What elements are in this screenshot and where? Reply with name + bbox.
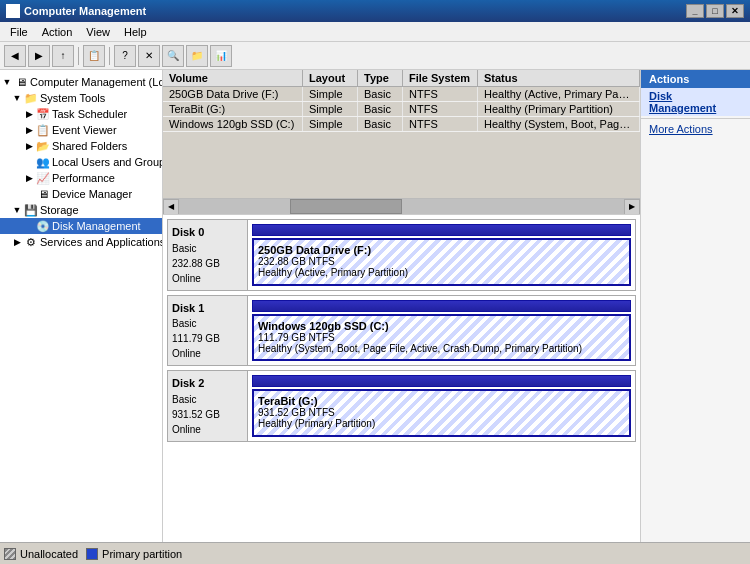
sidebar-item-system-tools[interactable]: ▼ 📁 System Tools: [0, 90, 162, 106]
sidebar-label-users: Local Users and Groups: [52, 156, 163, 168]
disk0-partitions: 250GB Data Drive (F:) 232.88 GB NTFS Hea…: [248, 220, 635, 290]
hscroll-thumb[interactable]: [290, 199, 401, 214]
sidebar-label-system-tools: System Tools: [40, 92, 105, 104]
disk0-part-name: 250GB Data Drive (F:): [258, 244, 625, 256]
sidebar-label-disk: Disk Management: [52, 220, 141, 232]
table-hscrollbar[interactable]: ◀ ▶: [163, 198, 640, 214]
toolbar-btn2[interactable]: ✕: [138, 45, 160, 67]
row2-fs: NTFS: [403, 117, 478, 131]
expand-system: ▼: [12, 93, 22, 103]
table-row[interactable]: 250GB Data Drive (F:) Simple Basic NTFS …: [163, 87, 640, 102]
toolbar-forward[interactable]: ▶: [28, 45, 50, 67]
menu-help[interactable]: Help: [118, 24, 153, 40]
disk1-partition[interactable]: Windows 120gb SSD (C:) 111.79 GB NTFS He…: [252, 314, 631, 362]
actions-sep: [641, 118, 750, 119]
content-area: Volume Layout Type File System Status 25…: [163, 70, 640, 542]
device-icon: 🖥: [36, 187, 50, 201]
disk0-size: 232.88 GB: [172, 256, 243, 271]
disk-table-area: Volume Layout Type File System Status 25…: [163, 70, 640, 215]
col-header-fs: File System: [403, 70, 478, 86]
disk-icon: 💿: [36, 219, 50, 233]
menu-file[interactable]: File: [4, 24, 34, 40]
toolbar-btn4[interactable]: 📁: [186, 45, 208, 67]
disk1-status: Online: [172, 346, 243, 361]
legend-unalloc-box: [4, 548, 16, 560]
row1-layout: Simple: [303, 102, 358, 116]
legend-primary: Primary partition: [86, 548, 182, 560]
sidebar-item-task-scheduler[interactable]: ▶ 📅 Task Scheduler: [0, 106, 162, 122]
sidebar-label-event: Event Viewer: [52, 124, 117, 136]
col-header-volume: Volume: [163, 70, 303, 86]
sidebar-item-services[interactable]: ▶ ⚙ Services and Applications: [0, 234, 162, 250]
table-row[interactable]: TeraBit (G:) Simple Basic NTFS Healthy (…: [163, 102, 640, 117]
legend-unalloc-label: Unallocated: [20, 548, 78, 560]
disk0-partition[interactable]: 250GB Data Drive (F:) 232.88 GB NTFS Hea…: [252, 238, 631, 286]
legend-unallocated: Unallocated: [4, 548, 78, 560]
toolbar-help[interactable]: ?: [114, 45, 136, 67]
menu-action[interactable]: Action: [36, 24, 79, 40]
table-row[interactable]: Windows 120gb SSD (C:) Simple Basic NTFS…: [163, 117, 640, 132]
sidebar-item-root[interactable]: ▼ 🖥 Computer Management (Local): [0, 74, 162, 90]
menu-bar: File Action View Help: [0, 22, 750, 42]
sidebar-item-disk-management[interactable]: 💿 Disk Management: [0, 218, 162, 234]
actions-disk-management[interactable]: Disk Management: [641, 88, 750, 116]
sidebar-item-event-viewer[interactable]: ▶ 📋 Event Viewer: [0, 122, 162, 138]
disk2-partition[interactable]: TeraBit (G:) 931.52 GB NTFS Healthy (Pri…: [252, 389, 631, 437]
disk2-bar: [252, 375, 631, 387]
folder-icon: 📁: [24, 91, 38, 105]
sidebar-item-performance[interactable]: ▶ 📈 Performance: [0, 170, 162, 186]
sidebar-item-device-manager[interactable]: 🖥 Device Manager: [0, 186, 162, 202]
users-icon: 👥: [36, 155, 50, 169]
maximize-button[interactable]: □: [706, 4, 724, 18]
sidebar-label-storage: Storage: [40, 204, 79, 216]
hscroll-left[interactable]: ◀: [163, 199, 179, 215]
close-button[interactable]: ✕: [726, 4, 744, 18]
row0-fs: NTFS: [403, 87, 478, 101]
disk1-bar: [252, 300, 631, 312]
expand-device: [24, 189, 34, 199]
disk1-part-size: 111.79 GB NTFS: [258, 332, 625, 343]
row2-status: Healthy (System, Boot, Page File, Active…: [478, 117, 640, 131]
toolbar-btn3[interactable]: 🔍: [162, 45, 184, 67]
disk2-size: 931.52 GB: [172, 407, 243, 422]
event-icon: 📋: [36, 123, 50, 137]
menu-view[interactable]: View: [80, 24, 116, 40]
expand-services: ▶: [12, 237, 22, 247]
disk-visual-area: Disk 0 Basic 232.88 GB Online 250GB Data…: [163, 215, 640, 542]
sidebar-item-local-users[interactable]: 👥 Local Users and Groups: [0, 154, 162, 170]
minimize-button[interactable]: _: [686, 4, 704, 18]
hscroll-track[interactable]: [179, 199, 624, 214]
row1-fs: NTFS: [403, 102, 478, 116]
hscroll-right[interactable]: ▶: [624, 199, 640, 215]
toolbar-up[interactable]: ↑: [52, 45, 74, 67]
expand-root: ▼: [2, 77, 12, 87]
sidebar-label-device: Device Manager: [52, 188, 132, 200]
expand-storage: ▼: [12, 205, 22, 215]
window-title: Computer Management: [24, 5, 146, 17]
disk1-partitions: Windows 120gb SSD (C:) 111.79 GB NTFS He…: [248, 296, 635, 366]
expand-task: ▶: [24, 109, 34, 119]
row2-volume: Windows 120gb SSD (C:): [163, 117, 303, 131]
storage-icon: 💾: [24, 203, 38, 217]
disk0-status: Online: [172, 271, 243, 286]
table-header: Volume Layout Type File System Status: [163, 70, 640, 87]
toolbar-back[interactable]: ◀: [4, 45, 26, 67]
toolbar-show-hide[interactable]: 📋: [83, 45, 105, 67]
actions-header: Actions: [641, 70, 750, 88]
actions-more-actions[interactable]: More Actions: [641, 121, 750, 137]
disk-block-0: Disk 0 Basic 232.88 GB Online 250GB Data…: [167, 219, 636, 291]
toolbar-btn5[interactable]: 📊: [210, 45, 232, 67]
toolbar: ◀ ▶ ↑ 📋 ? ✕ 🔍 📁 📊: [0, 42, 750, 70]
expand-disk: [24, 221, 34, 231]
sidebar-label-task: Task Scheduler: [52, 108, 127, 120]
disk0-part-status: Healthy (Active, Primary Partition): [258, 267, 625, 278]
sidebar-item-storage[interactable]: ▼ 💾 Storage: [0, 202, 162, 218]
disk1-part-status: Healthy (System, Boot, Page File, Active…: [258, 343, 625, 354]
col-header-type: Type: [358, 70, 403, 86]
services-icon: ⚙: [24, 235, 38, 249]
sidebar-item-shared-folders[interactable]: ▶ 📂 Shared Folders: [0, 138, 162, 154]
actions-panel: Actions Disk Management More Actions: [640, 70, 750, 542]
row0-status: Healthy (Active, Primary Partition): [478, 87, 640, 101]
sidebar-label-services: Services and Applications: [40, 236, 163, 248]
main-container: ▼ 🖥 Computer Management (Local) ▼ 📁 Syst…: [0, 70, 750, 542]
